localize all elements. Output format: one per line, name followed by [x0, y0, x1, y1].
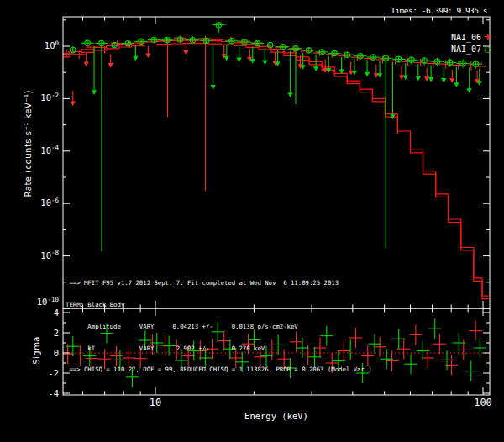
fit-log-line: Amplitude VARY 0.04213 +/- 0.0138 p/s-cm…: [66, 324, 372, 331]
x-tick-label: 100: [474, 397, 492, 408]
circle-marker-icon: ○: [481, 44, 494, 55]
y-tick-label: 100: [45, 39, 60, 51]
y-tick-label: 10-10: [37, 296, 60, 308]
y-tick-label: 10-2: [40, 92, 59, 103]
fit-log-line: kT VARY 2.902 +/- 0.270 keV: [66, 345, 372, 353]
legend: NAI_06+ NAI_07○: [451, 31, 494, 55]
legend-label-nai07: NAI_07: [451, 45, 481, 54]
x-axis-label: Energy (keV): [63, 411, 490, 421]
main-panel-data: [55, 22, 489, 299]
sigma-tick-label: -2: [48, 368, 59, 378]
legend-label-nai06: NAI_06: [451, 33, 481, 42]
y-axis-label: Rate (counts s⁻¹ keV⁻¹): [24, 90, 33, 197]
sigma-tick-label: 2: [54, 328, 59, 338]
series-nai_07: [66, 22, 482, 251]
sigma-tick-label: 0: [54, 348, 59, 358]
y-tick-label: 10-4: [40, 144, 59, 155]
model-histogram: [55, 40, 489, 299]
y-tick-label: 10-8: [40, 249, 59, 260]
rmfit-spectral-fit-window: { "window": { "title": "Times: -6.399: 9…: [0, 0, 504, 442]
legend-item-nai06: NAI_06+: [451, 31, 494, 44]
fit-log-line: TERM: Black Body: [66, 302, 372, 309]
plus-marker-icon: +: [481, 31, 494, 43]
legend-item-nai07: NAI_07○: [451, 44, 494, 55]
sigma-axis-label: Sigma: [32, 336, 41, 365]
fit-log-text: ==> MFIT F95 v1.7 2012 Sept. 7: Fit comp…: [66, 266, 372, 381]
fit-log-line: ==> CHISQ = 110.27, DOF = 99, REDUCED CH…: [66, 366, 372, 374]
y-tick-label: 10-6: [40, 197, 59, 208]
sigma-tick-label: -4: [48, 388, 59, 398]
sigma-tick-label: 4: [54, 308, 59, 318]
fit-log-line: ==> MFIT F95 v1.7 2012 Sept. 7: Fit comp…: [66, 280, 372, 287]
x-tick-label: 10: [150, 397, 161, 408]
time-interval-title: Times: -6.399: 9.935 s: [151, 6, 487, 15]
